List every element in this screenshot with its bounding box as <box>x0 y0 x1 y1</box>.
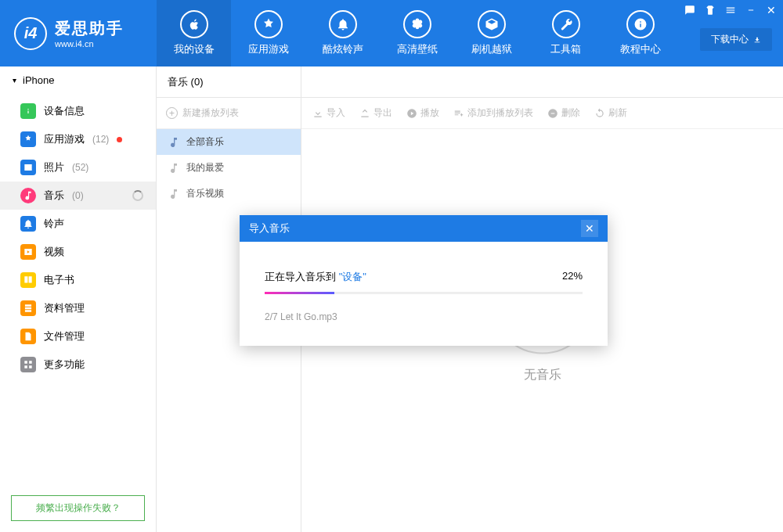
sidebar-ebooks[interactable]: 电子书 <box>0 266 156 294</box>
current-file: 2/7 Let It Go.mp3 <box>265 311 583 322</box>
category-music-video[interactable]: 音乐视频 <box>157 181 301 207</box>
download-icon <box>753 36 761 44</box>
sidebar-data-mgmt[interactable]: 资料管理 <box>0 294 156 322</box>
sidebar-photos[interactable]: 照片 (52) <box>0 153 156 182</box>
minimize-button[interactable]: － <box>744 3 758 17</box>
skin-icon[interactable] <box>703 3 717 17</box>
logo-mark: i4 <box>14 17 47 50</box>
feedback-icon[interactable] <box>683 3 697 17</box>
device-selector[interactable]: ▾ iPhone <box>0 66 156 94</box>
menu-icon[interactable] <box>723 3 738 17</box>
appstore-icon <box>20 131 36 147</box>
music-note-icon <box>168 136 180 149</box>
play-icon <box>406 108 417 119</box>
chevron-down-icon: ▾ <box>13 76 16 84</box>
sidebar-more[interactable]: 更多功能 <box>0 350 156 379</box>
app-subtitle: www.i4.cn <box>55 39 124 49</box>
download-center-button[interactable]: 下载中心 <box>700 28 772 51</box>
sidebar-device-info[interactable]: 设备信息 <box>0 97 156 125</box>
progress-fill <box>265 292 334 294</box>
playlist-add-icon <box>453 108 464 119</box>
app-title: 爱思助手 <box>55 18 124 39</box>
info-icon <box>626 10 655 38</box>
video-icon <box>20 244 36 260</box>
music-toolbar: 导入 导出 播放 添加到播放列表 删除 刷新 <box>301 98 783 129</box>
nav-tutorials[interactable]: 教程中心 <box>603 0 677 66</box>
sidebar-apps[interactable]: 应用游戏 (12) <box>0 125 156 153</box>
grid-icon <box>20 357 36 372</box>
import-button[interactable]: 导入 <box>312 106 345 120</box>
flower-icon <box>403 10 431 38</box>
bell-icon <box>329 10 357 38</box>
wrench-icon <box>552 10 580 38</box>
export-icon <box>359 108 370 119</box>
nav-tools[interactable]: 工具箱 <box>529 0 603 66</box>
sidebar-file-mgmt[interactable]: 文件管理 <box>0 322 156 350</box>
category-favorites[interactable]: 我的最爱 <box>157 155 301 181</box>
help-button[interactable]: 频繁出现操作失败？ <box>11 495 145 521</box>
import-icon <box>312 108 323 119</box>
appstore-icon <box>254 10 283 38</box>
apple-icon <box>180 10 208 38</box>
device-link[interactable]: "设备" <box>339 271 366 282</box>
book-icon <box>20 272 36 288</box>
photo-icon <box>20 160 36 175</box>
import-dialog: 导入音乐 ✕ 正在导入音乐到 "设备" 22% 2/7 Let It Go.mp… <box>240 215 608 346</box>
add-to-playlist-button[interactable]: 添加到播放列表 <box>453 106 533 120</box>
nav-ringtones[interactable]: 酷炫铃声 <box>305 0 380 66</box>
delete-icon <box>547 108 558 119</box>
nav-flash[interactable]: 刷机越狱 <box>454 0 529 66</box>
dialog-close-button[interactable]: ✕ <box>581 220 598 237</box>
bell-icon <box>20 216 36 232</box>
music-icon <box>20 188 36 203</box>
dialog-title: 导入音乐 <box>249 221 290 235</box>
progress-bar <box>265 292 583 294</box>
refresh-button[interactable]: 刷新 <box>594 106 627 120</box>
refresh-icon <box>594 108 605 119</box>
nav-wallpapers[interactable]: 高清壁纸 <box>380 0 454 66</box>
music-tab[interactable]: 音乐 (0) <box>157 66 301 98</box>
category-all-music[interactable]: 全部音乐 <box>157 129 301 155</box>
update-badge <box>117 137 122 142</box>
app-logo: i4 爱思助手 www.i4.cn <box>0 0 157 66</box>
nav-apps[interactable]: 应用游戏 <box>231 0 305 66</box>
loading-spinner-icon <box>132 190 143 201</box>
close-button[interactable]: ✕ <box>764 3 778 17</box>
play-button[interactable]: 播放 <box>406 106 439 120</box>
plus-icon: + <box>166 107 178 119</box>
progress-percent: 22% <box>562 270 583 284</box>
data-icon <box>20 300 36 316</box>
sidebar-music[interactable]: 音乐 (0) <box>0 182 156 210</box>
progress-message: 正在导入音乐到 "设备" <box>265 270 366 284</box>
file-icon <box>20 329 36 344</box>
delete-button[interactable]: 删除 <box>547 106 580 120</box>
box-icon <box>478 10 506 38</box>
sidebar-ringtones[interactable]: 铃声 <box>0 210 156 238</box>
device-sidebar: ▾ iPhone 设备信息 应用游戏 (12) 照片 (52) 音乐 <box>0 66 157 532</box>
music-note-icon <box>168 162 180 174</box>
new-playlist-button[interactable]: + 新建播放列表 <box>157 98 301 129</box>
info-icon <box>20 103 36 119</box>
sidebar-video[interactable]: 视频 <box>0 238 156 266</box>
music-note-icon <box>168 188 180 200</box>
nav-my-device[interactable]: 我的设备 <box>157 0 231 66</box>
export-button[interactable]: 导出 <box>359 106 392 120</box>
